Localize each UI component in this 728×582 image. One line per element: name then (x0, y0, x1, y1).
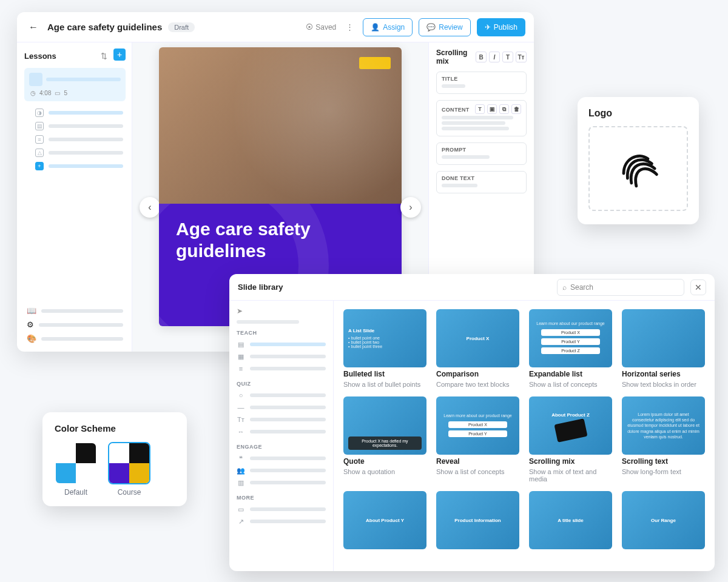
publish-button[interactable]: ✈ Publish (477, 18, 525, 36)
sidebar-tool[interactable]: 📖 (24, 304, 126, 318)
prev-slide-button[interactable]: ‹ (140, 197, 160, 218)
next-slide-button[interactable]: › (400, 197, 421, 218)
chat-icon: 💬 (426, 23, 436, 32)
library-tile[interactable]: About Product Y (343, 491, 426, 554)
slide-type-icon: ◑ (35, 109, 44, 117)
more-menu-icon[interactable]: ⋮ (342, 20, 357, 35)
dash-icon: — (237, 403, 245, 412)
layout-icon: ▤ (237, 340, 245, 349)
tile-name: Scrolling mix (529, 457, 612, 466)
nav-item[interactable]: 👥 (237, 464, 326, 477)
sidebar-tool[interactable]: ⚙ (24, 318, 126, 332)
quote-icon: ❝ (237, 454, 245, 463)
slide-type-icon: △ (35, 149, 44, 157)
text-tool-icon[interactable]: T (475, 104, 485, 114)
nav-item[interactable]: ○ (237, 389, 326, 401)
color-scheme-card: Color Scheme Default Course (42, 412, 187, 506)
lesson-slide-count: 5 (64, 90, 67, 96)
nav-item[interactable]: — (237, 401, 326, 413)
image-tool-icon[interactable]: ▣ (487, 104, 497, 114)
tile-name: Bulleted list (343, 370, 426, 378)
nav-item[interactable]: ≡ (237, 363, 326, 375)
arrows-icon: ↔ (237, 427, 245, 436)
back-button[interactable]: ← (25, 19, 41, 35)
tile-preview: About Product Y (343, 491, 426, 549)
library-tile[interactable]: About Product ZScrolling mixShow a mix o… (529, 396, 612, 483)
swatch-course (108, 442, 150, 484)
lessons-sort-icon[interactable]: ⇅ (96, 48, 111, 63)
assign-button[interactable]: 👤 Assign (363, 18, 413, 36)
library-tile[interactable]: Our Range (622, 491, 705, 554)
slide-row[interactable]: ≡ (24, 133, 126, 146)
library-tile[interactable]: Product X has defied my expectations.Quo… (343, 396, 426, 483)
link-tool-icon[interactable]: ⧉ (499, 104, 509, 114)
library-tile[interactable]: Horizontal seriesShow text blocks in ord… (622, 309, 705, 388)
prompt-field[interactable]: PROMPT (436, 142, 527, 165)
title-field[interactable]: TITLE (436, 72, 527, 94)
table-icon: ▥ (237, 478, 245, 487)
tile-name: Scrolling text (622, 457, 705, 466)
library-tile[interactable]: A title slide (529, 491, 612, 554)
tile-desc: Show a quotation (343, 468, 426, 475)
text-size-icon[interactable]: Tт (516, 52, 527, 62)
scheme-default-label: Default (64, 488, 87, 497)
tile-preview: Product X (436, 309, 519, 367)
nav-group-quiz: QUIZ (237, 381, 326, 387)
scheme-default-option[interactable]: Default (55, 442, 97, 497)
done-field-label: DONE TEXT (442, 175, 521, 181)
library-nav: ➤ TEACH ▤ ▦ ≡ QUIZ ○ — Tт ↔ ENGAGE ❝ 👥 ▥… (229, 301, 334, 571)
slide-row[interactable]: △ (24, 146, 126, 159)
tile-name: Quote (343, 457, 426, 466)
nav-item[interactable]: ↗ (237, 515, 326, 527)
tile-desc: Show a mix of text and media (529, 468, 612, 483)
library-tile[interactable]: Product Information (436, 491, 519, 554)
scheme-course-label: Course (118, 488, 141, 497)
library-close-button[interactable]: ✕ (690, 279, 706, 295)
palette-icon: 🎨 (27, 334, 36, 343)
check-icon: ⦿ (306, 23, 313, 32)
add-lesson-button[interactable]: + (113, 48, 126, 61)
italic-icon[interactable]: I (489, 52, 500, 62)
lessons-sidebar: Lessons ⇅ + ◷4:08 ▭5 ◑ ▤ ≡ △ + (17, 42, 132, 352)
tile-desc: Show text blocks in order (622, 381, 705, 388)
status-badge: Draft (168, 22, 195, 32)
nav-item[interactable]: ↔ (237, 426, 326, 438)
editor-header: ← Age care safety guidelines Draft ⦿ Sav… (17, 12, 534, 42)
nav-item[interactable]: ▭ (237, 503, 326, 515)
publish-label: Publish (494, 23, 517, 32)
nav-group-engage: ENGAGE (237, 444, 326, 450)
content-field[interactable]: CONTENT T ▣ ⧉ 🗑 (436, 100, 527, 136)
done-text-field[interactable]: DONE TEXT (436, 171, 527, 193)
slide-row[interactable]: ◑ (24, 106, 126, 119)
text-style-icon[interactable]: T (502, 52, 513, 62)
tile-preview: Our Range (622, 491, 705, 549)
review-label: Review (439, 23, 462, 32)
scheme-course-option[interactable]: Course (108, 442, 150, 497)
library-tile[interactable]: Product XComparisonCompare two text bloc… (436, 309, 519, 388)
library-grid: A List Slide• bullet point one• bullet p… (334, 301, 715, 571)
slides-icon: ▭ (55, 90, 60, 96)
tile-preview: A List Slide• bullet point one• bullet p… (343, 309, 426, 367)
lesson-card[interactable]: ◷4:08 ▭5 (24, 68, 126, 101)
props-title: Scrolling mix (436, 48, 476, 65)
nav-item[interactable]: ❝ (237, 452, 326, 464)
slide-row[interactable]: ▤ (24, 119, 126, 133)
tile-name: Expandable list (529, 370, 612, 378)
library-tile[interactable]: Lorem ipsum dolor sit amet consectetur a… (622, 396, 705, 483)
library-tile[interactable]: Learn more about our product rangeProduc… (436, 396, 519, 483)
library-tile[interactable]: Learn more about our product rangeProduc… (529, 309, 612, 388)
bold-icon[interactable]: B (476, 52, 487, 62)
review-button[interactable]: 💬 Review (419, 18, 470, 36)
sidebar-tool[interactable]: 🎨 (24, 332, 126, 346)
tile-name: Reveal (436, 457, 519, 466)
library-tile[interactable]: A List Slide• bullet point one• bullet p… (343, 309, 426, 388)
slide-row-active[interactable]: + (24, 159, 126, 173)
nav-item[interactable]: ▥ (237, 477, 326, 489)
library-search-input[interactable]: ⌕ Search (557, 279, 684, 296)
nav-item[interactable]: ▦ (237, 350, 326, 363)
nav-item[interactable]: Tт (237, 413, 326, 426)
logo-dropzone[interactable] (588, 126, 688, 211)
nav-item[interactable]: ▤ (237, 338, 326, 350)
nav-expand-icon[interactable]: ➤ (237, 307, 326, 315)
delete-tool-icon[interactable]: 🗑 (511, 104, 521, 114)
